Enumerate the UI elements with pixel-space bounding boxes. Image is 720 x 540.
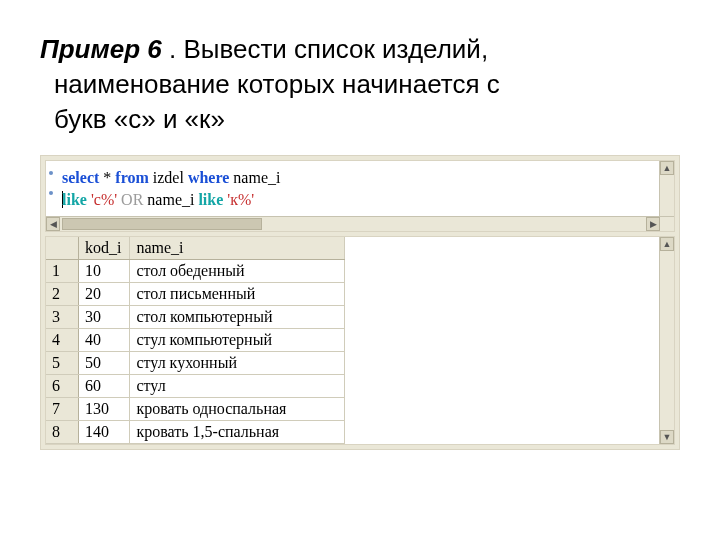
table-row[interactable]: 550стул кухонный xyxy=(46,352,345,375)
sql-window: select * from izdel where name_i like 'с… xyxy=(40,155,680,450)
table-row[interactable]: 330стол компьютерный xyxy=(46,306,345,329)
cell-kod[interactable]: 30 xyxy=(79,306,130,329)
table-row[interactable]: 110стол обеденный xyxy=(46,260,345,283)
cell-name[interactable]: стул компьютерный xyxy=(130,329,345,352)
cell-kod[interactable]: 140 xyxy=(79,421,130,444)
heading-line3: букв «с» и «к» xyxy=(54,102,680,137)
row-number: 3 xyxy=(46,306,79,329)
scroll-left-icon[interactable]: ◀ xyxy=(46,217,60,231)
kw-like: like xyxy=(198,191,223,208)
cell-kod[interactable]: 20 xyxy=(79,283,130,306)
kw-or: OR xyxy=(121,191,143,208)
sql-hscrollbar[interactable]: ◀ ▶ xyxy=(46,216,674,231)
kw-like: like xyxy=(62,191,87,208)
table-row[interactable]: 7130кровать односпальная xyxy=(46,398,345,421)
scroll-right-icon[interactable]: ▶ xyxy=(646,217,660,231)
result-grid[interactable]: kod_i name_i 110стол обеденный220стол пи… xyxy=(45,236,675,445)
scroll-thumb[interactable] xyxy=(62,218,262,230)
cell-kod[interactable]: 50 xyxy=(79,352,130,375)
corner-cell xyxy=(46,237,79,260)
heading-sep: . xyxy=(162,34,184,64)
cell-name[interactable]: стул кухонный xyxy=(130,352,345,375)
heading-line2: наименование которых начинается с xyxy=(54,67,680,102)
cell-name[interactable]: стол письменный xyxy=(130,283,345,306)
col-name: name_i xyxy=(229,169,280,186)
cell-kod[interactable]: 10 xyxy=(79,260,130,283)
slide-heading: Пример 6 . Вывести список изделий, наиме… xyxy=(40,32,680,137)
row-number: 8 xyxy=(46,421,79,444)
scroll-down-icon[interactable]: ▼ xyxy=(660,430,674,444)
table-row[interactable]: 660стул xyxy=(46,375,345,398)
star: * xyxy=(99,169,115,186)
col-header-kod[interactable]: kod_i xyxy=(79,237,130,260)
row-number: 4 xyxy=(46,329,79,352)
cell-kod[interactable]: 130 xyxy=(79,398,130,421)
sql-line-1: select * from izdel where name_i xyxy=(62,167,666,189)
col-name: name_i xyxy=(143,191,198,208)
table-header-row: kod_i name_i xyxy=(46,237,345,260)
heading-line1: Вывести список изделий, xyxy=(183,34,488,64)
table-row[interactable]: 8140кровать 1,5-спальная xyxy=(46,421,345,444)
line-marker-icon xyxy=(49,171,53,175)
row-number: 2 xyxy=(46,283,79,306)
row-number: 6 xyxy=(46,375,79,398)
cell-kod[interactable]: 60 xyxy=(79,375,130,398)
cell-kod[interactable]: 40 xyxy=(79,329,130,352)
row-number: 1 xyxy=(46,260,79,283)
table-row[interactable]: 440стул компьютерный xyxy=(46,329,345,352)
scroll-up-icon[interactable]: ▲ xyxy=(660,161,674,175)
cell-name[interactable]: стол обеденный xyxy=(130,260,345,283)
sql-editor[interactable]: select * from izdel where name_i like 'с… xyxy=(45,160,675,232)
cell-name[interactable]: стул xyxy=(130,375,345,398)
grid-vscrollbar[interactable]: ▲ ▼ xyxy=(659,237,674,444)
kw-where: where xyxy=(188,169,229,186)
heading-prefix: Пример 6 xyxy=(40,34,162,64)
table-row[interactable]: 220стол письменный xyxy=(46,283,345,306)
cell-name[interactable]: кровать 1,5-спальная xyxy=(130,421,345,444)
kw-select: select xyxy=(62,169,99,186)
row-number: 5 xyxy=(46,352,79,375)
table-name: izdel xyxy=(149,169,188,186)
sql-line-2: like 'с%' OR name_i like 'к%' xyxy=(62,189,666,211)
literal: 'с%' xyxy=(87,191,121,208)
col-header-name[interactable]: name_i xyxy=(130,237,345,260)
slide: Пример 6 . Вывести список изделий, наиме… xyxy=(0,0,720,540)
row-number: 7 xyxy=(46,398,79,421)
scroll-up-icon[interactable]: ▲ xyxy=(660,237,674,251)
kw-from: from xyxy=(115,169,148,186)
result-table: kod_i name_i 110стол обеденный220стол пи… xyxy=(46,237,345,444)
literal: 'к%' xyxy=(223,191,254,208)
line-marker-icon xyxy=(49,191,53,195)
cell-name[interactable]: кровать односпальная xyxy=(130,398,345,421)
cell-name[interactable]: стол компьютерный xyxy=(130,306,345,329)
